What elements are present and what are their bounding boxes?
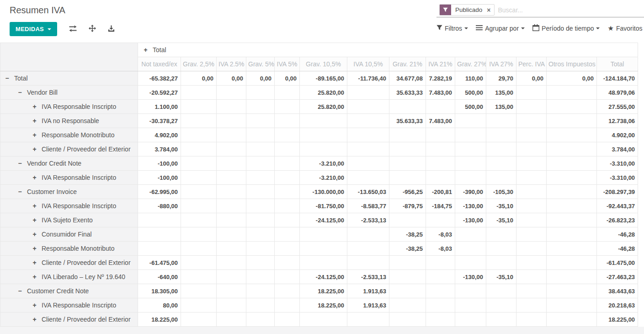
download-button[interactable]: [108, 25, 115, 33]
pivot-cell[interactable]: 135,00: [486, 100, 516, 114]
pivot-cell[interactable]: [455, 298, 486, 312]
expand-columns-icon[interactable]: +: [143, 46, 149, 54]
pivot-cell[interactable]: -20.592,27: [138, 86, 181, 100]
pivot-cell[interactable]: [300, 128, 347, 142]
column-header[interactable]: Total: [597, 57, 638, 71]
row-header[interactable]: +IVA Responsable Inscripto: [0, 100, 138, 114]
expand-icon[interactable]: +: [32, 231, 37, 238]
column-header[interactable]: IVA 21%: [426, 57, 455, 71]
pivot-cell[interactable]: -3.210,00: [300, 171, 347, 185]
pivot-cell[interactable]: -880,00: [138, 199, 181, 213]
pivot-cell[interactable]: [246, 171, 275, 185]
pivot-cell[interactable]: [389, 128, 426, 142]
pivot-cell[interactable]: [275, 284, 300, 298]
pivot-cell[interactable]: [426, 128, 455, 142]
pivot-cell[interactable]: 500,00: [455, 100, 486, 114]
pivot-cell[interactable]: [486, 284, 516, 298]
pivot-cell[interactable]: -89.165,00: [300, 71, 347, 86]
pivot-cell[interactable]: 27.555,00: [597, 100, 638, 114]
pivot-cell[interactable]: [138, 242, 181, 256]
pivot-cell[interactable]: [246, 213, 275, 227]
pivot-cell[interactable]: -2.533,13: [347, 270, 389, 284]
pivot-cell[interactable]: [181, 114, 217, 128]
pivot-cell[interactable]: -124.184,70: [597, 71, 638, 86]
row-header[interactable]: +IVA Responsable Inscripto: [0, 171, 138, 185]
pivot-cell[interactable]: [275, 86, 300, 100]
pivot-cell[interactable]: [217, 128, 246, 142]
pivot-cell[interactable]: [389, 298, 426, 312]
row-header[interactable]: +Responsable Monotributo: [0, 128, 138, 142]
pivot-cell[interactable]: [246, 256, 275, 270]
row-header[interactable]: +IVA Responsable Inscripto: [0, 298, 138, 312]
pivot-cell[interactable]: [347, 114, 389, 128]
pivot-cell[interactable]: [547, 156, 597, 171]
pivot-cell[interactable]: [516, 242, 547, 256]
row-header[interactable]: −Total: [0, 71, 138, 86]
pivot-cell[interactable]: [246, 242, 275, 256]
pivot-cell[interactable]: [246, 128, 275, 142]
pivot-cell[interactable]: 35.633,33: [389, 114, 426, 128]
pivot-cell[interactable]: [486, 312, 516, 327]
pivot-cell[interactable]: [181, 156, 217, 171]
pivot-cell[interactable]: 500,00: [455, 86, 486, 100]
pivot-cell[interactable]: [300, 312, 347, 327]
pivot-cell[interactable]: [547, 114, 597, 128]
pivot-cell[interactable]: [516, 298, 547, 312]
pivot-cell[interactable]: [455, 227, 486, 242]
pivot-cell[interactable]: [246, 227, 275, 242]
pivot-cell[interactable]: [181, 100, 217, 114]
pivot-cell[interactable]: [347, 128, 389, 142]
pivot-cell[interactable]: -61.475,00: [138, 256, 181, 270]
pivot-cell[interactable]: [275, 242, 300, 256]
pivot-cell[interactable]: [347, 256, 389, 270]
pivot-cell[interactable]: [181, 128, 217, 142]
pivot-cell[interactable]: [217, 156, 246, 171]
pivot-cell[interactable]: [347, 86, 389, 100]
pivot-cell[interactable]: -8,03: [426, 227, 455, 242]
pivot-cell[interactable]: [516, 128, 547, 142]
pivot-cell[interactable]: 18.225,00: [597, 312, 638, 327]
pivot-cell[interactable]: -46,28: [597, 227, 638, 242]
pivot-cell[interactable]: [516, 256, 547, 270]
pivot-cell[interactable]: [275, 256, 300, 270]
pivot-cell[interactable]: 12.738,06: [597, 114, 638, 128]
pivot-cell[interactable]: 29,70: [486, 71, 516, 86]
pivot-cell[interactable]: -35,10: [486, 213, 516, 227]
pivot-cell[interactable]: [217, 270, 246, 284]
pivot-cell[interactable]: -62.995,00: [138, 185, 181, 199]
pivot-cell[interactable]: [426, 171, 455, 185]
pivot-cell[interactable]: [275, 185, 300, 199]
pivot-cell[interactable]: [246, 114, 275, 128]
column-header[interactable]: IVA 2.5%: [217, 57, 246, 71]
filters-menu[interactable]: Filtros: [436, 24, 468, 32]
pivot-cell[interactable]: 25.820,00: [300, 100, 347, 114]
pivot-cell[interactable]: [516, 86, 547, 100]
pivot-cell[interactable]: -640,00: [138, 270, 181, 284]
pivot-cell[interactable]: [455, 312, 486, 327]
pivot-cell[interactable]: [547, 185, 597, 199]
row-header[interactable]: +IVA Liberado – Ley Nº 19.640: [0, 270, 138, 284]
pivot-cell[interactable]: [389, 312, 426, 327]
pivot-cell[interactable]: [246, 284, 275, 298]
expand-icon[interactable]: +: [32, 103, 37, 110]
row-header[interactable]: +IVA Responsable Inscripto: [0, 199, 138, 213]
expand-icon[interactable]: +: [32, 245, 37, 252]
pivot-cell[interactable]: [516, 312, 547, 327]
pivot-cell[interactable]: [275, 171, 300, 185]
pivot-cell[interactable]: -100,00: [138, 171, 181, 185]
expand-all-button[interactable]: [89, 25, 96, 33]
pivot-cell[interactable]: [181, 242, 217, 256]
pivot-cell[interactable]: [547, 242, 597, 256]
pivot-cell[interactable]: -24.125,00: [300, 270, 347, 284]
pivot-cell[interactable]: -38,25: [389, 227, 426, 242]
pivot-cell[interactable]: [426, 156, 455, 171]
pivot-cell[interactable]: -46,28: [597, 242, 638, 256]
pivot-cell[interactable]: [275, 142, 300, 156]
pivot-cell[interactable]: [246, 199, 275, 213]
pivot-cell[interactable]: [347, 242, 389, 256]
pivot-cell[interactable]: [275, 298, 300, 312]
pivot-cell[interactable]: [217, 256, 246, 270]
pivot-cell[interactable]: [486, 242, 516, 256]
pivot-cell[interactable]: [246, 185, 275, 199]
pivot-cell[interactable]: [300, 256, 347, 270]
